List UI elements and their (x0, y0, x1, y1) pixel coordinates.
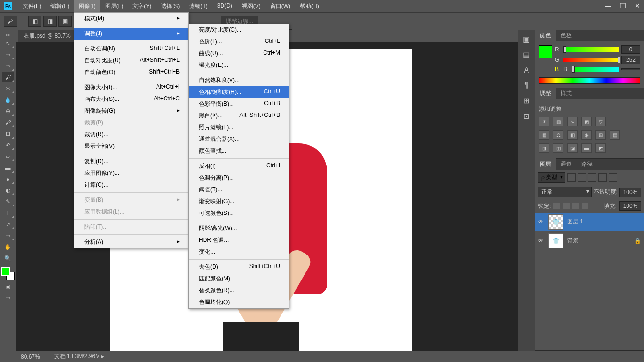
tool-preset-button[interactable]: 🖌 (4, 16, 17, 27)
adj-threshold-icon[interactable]: ◪ (567, 143, 578, 153)
shape-tool[interactable]: ▭ (2, 230, 14, 241)
path-tool[interactable]: ↗ (2, 219, 14, 230)
tab-color[interactable]: 颜色 (535, 30, 556, 41)
marquee-tool[interactable]: ▭ (2, 49, 14, 60)
menu-item[interactable]: 曝光度(E)... (189, 59, 289, 71)
menu-item[interactable]: 色相/饱和度(H)...Ctrl+U (189, 86, 289, 98)
blend-mode-select[interactable]: 正常 (538, 187, 592, 197)
spectrum-bar[interactable] (539, 77, 640, 84)
lock-position-icon[interactable] (572, 203, 579, 209)
adj-curves-icon[interactable]: ∿ (567, 117, 578, 126)
blur-tool[interactable]: ● (2, 174, 14, 184)
zoom-level[interactable]: 80.67% (21, 354, 40, 360)
menu-item[interactable]: 画布大小(S)...Alt+Ctrl+C (74, 93, 188, 105)
adj-lookup-icon[interactable]: ▤ (610, 130, 620, 140)
lock-pixels-icon[interactable] (563, 203, 570, 209)
menu-item[interactable]: 自动色调(N)Shift+Ctrl+L (74, 43, 188, 55)
filter-shape-icon[interactable] (598, 173, 607, 182)
character-icon[interactable]: A (524, 66, 529, 74)
menu-item[interactable]: 图像大小(I)...Alt+Ctrl+I (74, 82, 188, 93)
filter-pixel-icon[interactable] (567, 173, 576, 182)
quick-mask-toggle[interactable]: ▣ (2, 281, 14, 292)
close-icon[interactable]: ✕ (635, 2, 640, 9)
menu-item[interactable]: 照片滤镜(F)... (189, 122, 289, 133)
clone-icon[interactable]: ⊡ (523, 112, 529, 121)
eraser-tool[interactable]: ▱ (2, 151, 14, 162)
menu-item[interactable]: 自动对比度(U)Alt+Shift+Ctrl+L (74, 55, 188, 66)
menu-item[interactable]: 色阶(L)...Ctrl+L (189, 36, 289, 48)
hand-tool[interactable]: ✋ (2, 242, 14, 252)
adj-exposure-icon[interactable]: ◩ (581, 117, 592, 126)
fill-input[interactable]: 100% (619, 201, 641, 211)
adj-gradient-icon[interactable]: ▬ (581, 143, 592, 153)
menu-item[interactable]: 图像旋转(G) (74, 105, 188, 117)
menu-item[interactable]: 色彩平衡(B)...Ctrl+B (189, 98, 289, 110)
adj-mixer-icon[interactable]: ⊞ (595, 130, 606, 140)
menu-8[interactable]: 视图(V) (237, 0, 265, 12)
document-tab[interactable]: 衣服.psd @ 80.7% (18, 30, 76, 42)
dodge-tool[interactable]: ◐ (2, 185, 14, 196)
tab-paths[interactable]: 路径 (577, 158, 597, 170)
screen-mode-toggle[interactable]: ▭ (2, 293, 14, 303)
g-slider[interactable] (563, 58, 619, 62)
lock-all-icon[interactable] (582, 203, 588, 209)
menu-item[interactable]: 替换颜色(R)... (189, 285, 289, 296)
adj-brightness-icon[interactable]: ☀ (539, 117, 549, 126)
menu-10[interactable]: 帮助(H) (295, 0, 324, 12)
tab-layers[interactable]: 图层 (535, 158, 556, 170)
menu-4[interactable]: 文字(Y) (128, 0, 156, 12)
color-swatch[interactable] (1, 267, 15, 280)
menu-0[interactable]: 文件(F) (18, 0, 46, 12)
adj-posterize-icon[interactable]: ◫ (553, 143, 563, 153)
menu-item[interactable]: 亮度/对比度(C)... (189, 24, 289, 36)
menu-item[interactable]: 匹配颜色(M)... (189, 273, 289, 285)
menu-item[interactable]: 计算(C)... (74, 179, 188, 191)
gradient-tool[interactable]: ▬ (2, 163, 14, 173)
menu-item[interactable]: 曲线(U)...Ctrl+M (189, 48, 289, 59)
history-brush-tool[interactable]: ↶ (2, 140, 14, 150)
adj-invert-icon[interactable]: ◨ (539, 143, 549, 153)
crop-tool[interactable]: ✂ (2, 83, 14, 94)
menu-item[interactable]: 复制(D)... (74, 156, 188, 167)
menu-item[interactable]: 阴影/高光(W)... (189, 222, 289, 234)
menu-item[interactable]: 变化... (189, 246, 289, 258)
properties-icon[interactable]: ▤ (523, 50, 530, 59)
menu-item[interactable]: 显示全部(V) (74, 140, 188, 152)
quick-select-tool[interactable]: 🖌 (2, 72, 14, 82)
option-btn-3[interactable]: ▣ (58, 16, 72, 27)
panel-color-swatch[interactable] (539, 45, 552, 58)
tab-channels[interactable]: 通道 (556, 158, 577, 170)
layer-row[interactable]: 👁👕图层 1 (535, 213, 644, 231)
foreground-color[interactable] (1, 267, 10, 276)
layer-filter-select[interactable]: ρ 类型 (538, 172, 565, 183)
eyedropper-tool[interactable]: 💧 (2, 95, 14, 105)
layer-thumbnail[interactable]: 👕 (548, 214, 563, 230)
adj-filter-icon[interactable]: ◉ (581, 130, 592, 140)
pen-tool[interactable]: ✎ (2, 197, 14, 207)
adj-balance-icon[interactable]: ⚖ (553, 130, 563, 140)
type-tool[interactable]: T (2, 208, 14, 218)
r-value[interactable]: 0 (621, 45, 640, 54)
adj-bw-icon[interactable]: ◧ (567, 130, 578, 140)
menu-item[interactable]: 反相(I)Ctrl+I (189, 160, 289, 172)
lock-transparency-icon[interactable] (553, 203, 560, 209)
menu-item[interactable]: 模式(M) (74, 13, 188, 25)
menu-1[interactable]: 编辑(E) (46, 0, 74, 12)
brush-tool[interactable]: 🖌 (2, 117, 14, 128)
option-btn-1[interactable]: ◧ (28, 16, 41, 27)
menu-item[interactable]: 色调分离(P)... (189, 172, 289, 184)
menu-item[interactable]: 黑白(K)...Alt+Shift+Ctrl+B (189, 110, 289, 122)
heal-tool[interactable]: ⊕ (2, 106, 14, 116)
layer-row[interactable]: 👁👕背景🔒 (535, 231, 644, 250)
menu-item[interactable]: 裁切(R)... (74, 129, 188, 140)
g-value[interactable]: 252 (621, 56, 640, 64)
menu-9[interactable]: 窗口(W) (265, 0, 295, 12)
tab-swatches[interactable]: 色板 (556, 30, 577, 41)
adj-levels-icon[interactable]: ▥ (553, 117, 563, 126)
menu-5[interactable]: 选择(S) (156, 0, 184, 12)
menu-6[interactable]: 滤镜(T) (184, 0, 212, 12)
layer-thumbnail[interactable]: 👕 (548, 233, 563, 248)
filter-adjust-icon[interactable] (578, 173, 586, 182)
menu-item[interactable]: 可选颜色(S)... (189, 207, 289, 219)
menu-item[interactable]: 应用图像(Y)... (74, 167, 188, 179)
